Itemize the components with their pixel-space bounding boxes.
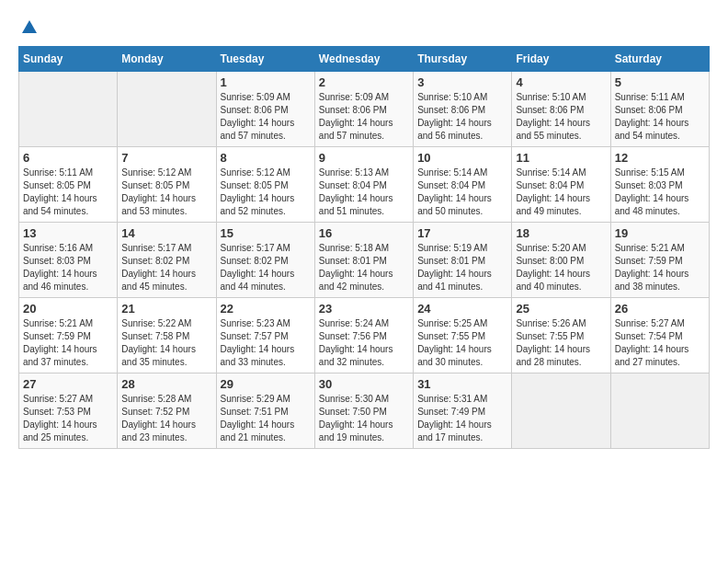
daylight-text: Daylight: 14 hours and 38 minutes. <box>615 268 705 293</box>
sunset-text: Sunset: 7:55 PM <box>516 330 606 343</box>
sunrise-text: Sunrise: 5:19 AM <box>417 242 507 255</box>
calendar-cell: 30 Sunrise: 5:30 AM Sunset: 7:50 PM Dayl… <box>314 373 413 449</box>
daylight-text: Daylight: 14 hours and 57 minutes. <box>319 117 409 143</box>
sunset-text: Sunset: 7:59 PM <box>23 330 113 343</box>
calendar-cell <box>19 72 118 147</box>
day-number: 14 <box>121 226 211 240</box>
sunrise-text: Sunrise: 5:26 AM <box>516 317 606 330</box>
calendar-cell <box>610 373 709 449</box>
sunrise-text: Sunrise: 5:10 AM <box>516 91 606 104</box>
sunrise-text: Sunrise: 5:13 AM <box>319 167 409 179</box>
calendar-week-row: 13 Sunrise: 5:16 AM Sunset: 8:03 PM Dayl… <box>19 223 710 298</box>
sunrise-text: Sunrise: 5:17 AM <box>221 242 311 255</box>
sunrise-text: Sunrise: 5:25 AM <box>417 317 507 330</box>
sunset-text: Sunset: 8:04 PM <box>417 179 507 192</box>
calendar-cell: 20 Sunrise: 5:21 AM Sunset: 7:59 PM Dayl… <box>19 298 118 373</box>
sunrise-text: Sunrise: 5:12 AM <box>221 167 311 179</box>
calendar-cell: 11 Sunrise: 5:14 AM Sunset: 8:04 PM Dayl… <box>512 147 610 223</box>
day-number: 10 <box>417 151 507 165</box>
daylight-text: Daylight: 14 hours and 19 minutes. <box>319 419 409 444</box>
daylight-text: Daylight: 14 hours and 48 minutes. <box>615 192 705 218</box>
calendar-header: SundayMondayTuesdayWednesdayThursdayFrid… <box>19 47 710 72</box>
sunrise-text: Sunrise: 5:14 AM <box>516 167 606 179</box>
calendar-cell: 12 Sunrise: 5:15 AM Sunset: 8:03 PM Dayl… <box>610 147 709 223</box>
calendar-cell: 15 Sunrise: 5:17 AM Sunset: 8:02 PM Dayl… <box>216 223 314 298</box>
daylight-text: Daylight: 14 hours and 51 minutes. <box>319 192 409 218</box>
calendar-cell: 4 Sunrise: 5:10 AM Sunset: 8:06 PM Dayli… <box>512 72 610 147</box>
day-number: 28 <box>121 377 211 391</box>
calendar-cell: 14 Sunrise: 5:17 AM Sunset: 8:02 PM Dayl… <box>118 223 216 298</box>
day-info: Sunrise: 5:16 AM Sunset: 8:03 PM Dayligh… <box>23 242 113 293</box>
sunset-text: Sunset: 7:59 PM <box>615 255 705 268</box>
sunset-text: Sunset: 8:04 PM <box>319 179 409 192</box>
day-number: 30 <box>319 377 409 391</box>
sunset-text: Sunset: 8:01 PM <box>417 255 507 268</box>
header-day-monday: Monday <box>118 47 216 72</box>
header-day-saturday: Saturday <box>610 47 709 72</box>
sunrise-text: Sunrise: 5:11 AM <box>23 167 113 179</box>
calendar-cell: 23 Sunrise: 5:24 AM Sunset: 7:56 PM Dayl… <box>314 298 413 373</box>
daylight-text: Daylight: 14 hours and 33 minutes. <box>221 343 311 369</box>
sunrise-text: Sunrise: 5:28 AM <box>121 393 211 406</box>
daylight-text: Daylight: 14 hours and 44 minutes. <box>221 268 311 293</box>
sunset-text: Sunset: 7:58 PM <box>121 330 211 343</box>
sunrise-text: Sunrise: 5:20 AM <box>516 242 606 255</box>
day-number: 13 <box>23 226 113 240</box>
sunrise-text: Sunrise: 5:31 AM <box>417 393 507 406</box>
sunrise-text: Sunrise: 5:12 AM <box>121 167 211 179</box>
calendar-cell: 28 Sunrise: 5:28 AM Sunset: 7:52 PM Dayl… <box>118 373 216 449</box>
day-number: 26 <box>615 302 705 316</box>
day-info: Sunrise: 5:18 AM Sunset: 8:01 PM Dayligh… <box>319 242 409 293</box>
sunset-text: Sunset: 8:06 PM <box>615 104 705 117</box>
daylight-text: Daylight: 14 hours and 50 minutes. <box>417 192 507 218</box>
day-info: Sunrise: 5:11 AM Sunset: 8:06 PM Dayligh… <box>615 91 705 143</box>
day-info: Sunrise: 5:30 AM Sunset: 7:50 PM Dayligh… <box>319 393 409 444</box>
sunrise-text: Sunrise: 5:09 AM <box>221 91 311 104</box>
day-number: 8 <box>221 151 311 165</box>
sunrise-text: Sunrise: 5:27 AM <box>615 317 705 330</box>
daylight-text: Daylight: 14 hours and 55 minutes. <box>516 117 606 143</box>
calendar-cell: 21 Sunrise: 5:22 AM Sunset: 7:58 PM Dayl… <box>118 298 216 373</box>
day-info: Sunrise: 5:27 AM Sunset: 7:54 PM Dayligh… <box>615 317 705 369</box>
sunrise-text: Sunrise: 5:30 AM <box>319 393 409 406</box>
sunset-text: Sunset: 7:56 PM <box>319 330 409 343</box>
day-number: 21 <box>121 302 211 316</box>
day-info: Sunrise: 5:14 AM Sunset: 8:04 PM Dayligh… <box>516 167 606 218</box>
daylight-text: Daylight: 14 hours and 57 minutes. <box>221 117 311 143</box>
day-info: Sunrise: 5:25 AM Sunset: 7:55 PM Dayligh… <box>417 317 507 369</box>
day-number: 16 <box>319 226 409 240</box>
sunset-text: Sunset: 8:01 PM <box>319 255 409 268</box>
daylight-text: Daylight: 14 hours and 32 minutes. <box>319 343 409 369</box>
sunrise-text: Sunrise: 5:24 AM <box>319 317 409 330</box>
calendar-cell: 5 Sunrise: 5:11 AM Sunset: 8:06 PM Dayli… <box>610 72 709 147</box>
sunset-text: Sunset: 7:53 PM <box>23 406 113 419</box>
day-number: 1 <box>221 75 311 89</box>
page-header <box>18 18 710 37</box>
day-info: Sunrise: 5:17 AM Sunset: 8:02 PM Dayligh… <box>121 242 211 293</box>
sunset-text: Sunset: 8:00 PM <box>516 255 606 268</box>
day-number: 7 <box>121 151 211 165</box>
day-info: Sunrise: 5:23 AM Sunset: 7:57 PM Dayligh… <box>221 317 311 369</box>
day-info: Sunrise: 5:21 AM Sunset: 7:59 PM Dayligh… <box>23 317 113 369</box>
sunset-text: Sunset: 7:51 PM <box>221 406 311 419</box>
calendar-cell: 10 Sunrise: 5:14 AM Sunset: 8:04 PM Dayl… <box>414 147 512 223</box>
daylight-text: Daylight: 14 hours and 25 minutes. <box>23 419 113 444</box>
day-number: 9 <box>319 151 409 165</box>
day-info: Sunrise: 5:17 AM Sunset: 8:02 PM Dayligh… <box>221 242 311 293</box>
day-info: Sunrise: 5:31 AM Sunset: 7:49 PM Dayligh… <box>417 393 507 444</box>
day-info: Sunrise: 5:15 AM Sunset: 8:03 PM Dayligh… <box>615 167 705 218</box>
calendar-cell: 16 Sunrise: 5:18 AM Sunset: 8:01 PM Dayl… <box>314 223 413 298</box>
calendar-cell: 19 Sunrise: 5:21 AM Sunset: 7:59 PM Dayl… <box>610 223 709 298</box>
day-number: 31 <box>417 377 507 391</box>
sunset-text: Sunset: 8:05 PM <box>221 179 311 192</box>
sunset-text: Sunset: 7:55 PM <box>417 330 507 343</box>
day-info: Sunrise: 5:09 AM Sunset: 8:06 PM Dayligh… <box>221 91 311 143</box>
calendar-cell: 8 Sunrise: 5:12 AM Sunset: 8:05 PM Dayli… <box>216 147 314 223</box>
day-number: 22 <box>221 302 311 316</box>
sunrise-text: Sunrise: 5:21 AM <box>23 317 113 330</box>
sunset-text: Sunset: 8:02 PM <box>121 255 211 268</box>
day-info: Sunrise: 5:29 AM Sunset: 7:51 PM Dayligh… <box>221 393 311 444</box>
svg-marker-0 <box>22 20 37 33</box>
daylight-text: Daylight: 14 hours and 40 minutes. <box>516 268 606 293</box>
calendar-cell: 24 Sunrise: 5:25 AM Sunset: 7:55 PM Dayl… <box>414 298 512 373</box>
